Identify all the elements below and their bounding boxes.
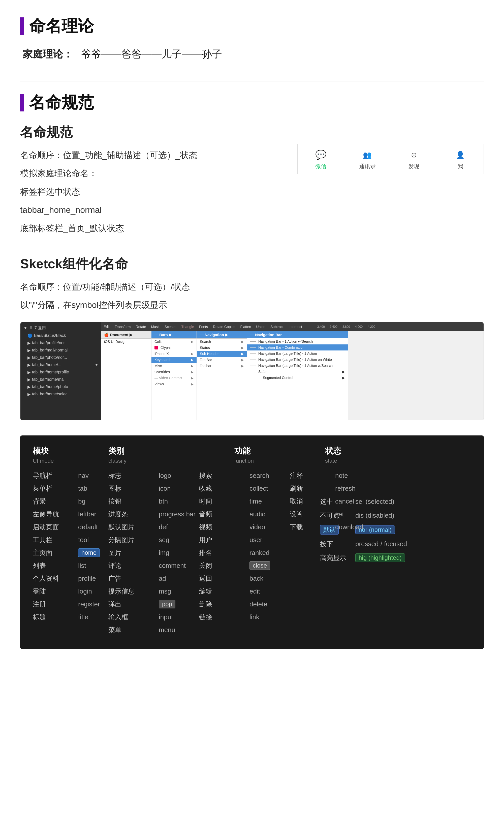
sketch-bars-glyphs: Glyphs: [152, 345, 196, 351]
cell-empty17: [199, 623, 249, 636]
sketch-heading: Sketck组件化名命: [20, 255, 484, 273]
cell-ranked-zh: 排名: [199, 546, 249, 559]
cell-nav-zh: 导航栏: [33, 469, 78, 482]
cell-bg-en: bg: [78, 495, 108, 508]
wechat-icon: 💬: [315, 149, 327, 161]
col-function-en-head: [275, 446, 325, 464]
layer-item-tab-home-photo: ▶tab_bar/home/photo: [20, 383, 101, 390]
cell-seg-en: seg: [159, 533, 199, 546]
section2-heading: 名命规范: [29, 91, 94, 114]
cell-msg-en: msg: [159, 585, 199, 598]
tabbar-item-me: 👤 我: [437, 144, 484, 174]
cell-empty9: [290, 585, 335, 598]
cell-time-zh: 时间: [199, 495, 249, 508]
sketch-bars-views: Views ▶: [152, 381, 196, 387]
naming-norm-subsection: 名命规范 名命顺序：位置_功能_辅助描述（可选）_状态 模拟家庭理论命名： 标签…: [20, 124, 484, 235]
cell-note-en: note: [335, 469, 471, 482]
cell-tool-en: tool: [78, 533, 108, 546]
sketch-canvas-area: 🍎 Document ▶ iOS UI Design — Bars ▶ Cell…: [101, 331, 484, 420]
cell-title-en: title: [78, 611, 108, 623]
sketch-order-text: 名命顺序：位置/功能/辅助描述（可选）/状态: [20, 280, 484, 294]
tabbar-selected-text: 标签栏选中状态: [20, 185, 484, 199]
col-state-head: 状态 state: [325, 446, 365, 464]
cell-empty12: [335, 598, 471, 611]
cell-leftbar-zh: 左侧导航: [33, 508, 78, 521]
cell-input-en: input: [159, 611, 199, 623]
cell-close-en: close: [249, 559, 290, 572]
sketch-nav-search: Search ▶: [197, 339, 247, 345]
cell-comment-en: comment: [159, 559, 199, 572]
cell-def-en: def: [159, 521, 199, 533]
section2-title-block: 名命规范: [20, 91, 484, 114]
sketch-section: Sketck组件化名命 名命顺序：位置/功能/辅助描述（可选）/状态 以"/"分…: [20, 255, 484, 649]
sketch-navbar-safari: ——Safari ▶: [247, 369, 348, 375]
sketch-bars-header: — Bars ▶: [152, 331, 196, 339]
cell-back-en: back: [249, 572, 290, 585]
sketch-nav-header: — Navigation ▶: [197, 331, 247, 339]
table-body: 导航栏 nav 标志 logo 搜索 search 注释 note 菜单栏 ta…: [33, 469, 471, 636]
cell-tool-zh: 工具栏: [33, 533, 78, 546]
cell-pop-en: pop: [159, 598, 199, 611]
cell-empty10: [335, 585, 471, 598]
cell-user-en: user: [249, 533, 290, 546]
sketch-navbar-segmented: ——— Segmented Control ▶: [247, 375, 348, 381]
tabbar-item-wechat: 💬 微信: [298, 144, 344, 174]
cell-comment-zh: 评论: [108, 559, 159, 572]
cell-empty14: [335, 611, 471, 623]
cell-empty15: [33, 623, 78, 636]
cell-profile-en: profile: [78, 572, 108, 585]
cell-empty4: [335, 546, 471, 559]
contacts-icon: 👥: [361, 149, 374, 161]
sketch-navbar-header: — Navigation Bar: [247, 331, 348, 339]
col-module-head: 模块 UI mode: [33, 446, 108, 464]
sketch-layer-panel: ▼🖥7.复用 🔵Bars/Status/Black ▶tab_bar/profi…: [20, 322, 101, 420]
cell-user-zh: 用户: [199, 533, 249, 546]
cell-empty16: [78, 623, 108, 636]
cell-empty11: [290, 598, 335, 611]
cell-search-zh: 搜索: [199, 469, 249, 482]
cell-time-en: time: [249, 495, 290, 508]
cell-download-zh: 下载: [290, 521, 335, 533]
cell-refresh-en: refresh: [335, 482, 471, 495]
col-category-en-head: [184, 446, 234, 464]
sketch-navbar-large-1action: ——Navigation Bar (Large Title) - 1 Actio…: [247, 351, 348, 357]
cell-empty5: [290, 559, 335, 572]
cell-title-zh: 标题: [33, 611, 78, 623]
cell-link-zh: 链接: [199, 611, 249, 623]
cell-note-zh: 注释: [290, 469, 335, 482]
cell-ranked-en: ranked: [249, 546, 290, 559]
sketch-slash-text: 以"/"分隔，在symbol控件列表层级显示: [20, 298, 484, 312]
cell-edit-zh: 编辑: [199, 585, 249, 598]
cell-delete-en: delete: [249, 598, 290, 611]
cell-cancel-zh: 取消: [290, 495, 335, 508]
sketch-navbar-combination: ——Navigation Bar - Combination: [247, 345, 348, 351]
col-category-head: 类别 classify: [108, 446, 184, 464]
cell-profile-zh: 个人资料: [33, 572, 78, 585]
cell-empty2: [335, 533, 471, 546]
cell-menu-en2: menu: [159, 623, 199, 636]
cell-pop-zh: 弹出: [108, 598, 159, 611]
family-theory-label: 家庭理论：: [23, 49, 73, 60]
cell-home-en: home: [78, 546, 108, 559]
cell-img-zh: 图片: [108, 546, 159, 559]
cell-nav-en: nav: [78, 469, 108, 482]
col-function-head: 功能 function: [234, 446, 275, 464]
cell-empty20: [335, 623, 471, 636]
cell-audio-zh: 音频: [199, 508, 249, 521]
layer-item-tab-mail: ▶tab_bar/mail/normal: [20, 347, 101, 354]
cell-login-zh: 登陆: [33, 585, 78, 598]
cell-register-en: register: [78, 598, 108, 611]
cell-search-en: search: [249, 469, 290, 482]
cell-delete-zh: 删除: [199, 598, 249, 611]
sketch-navbar-1action-search: ——Navigation Bar - 1 Action w/Search: [247, 339, 348, 345]
discover-icon: ⊙: [408, 149, 420, 161]
cell-input-zh: 输入框: [108, 611, 159, 623]
sketch-bars-video: — Video Controls ▶: [152, 375, 196, 381]
cell-menu-zh2: 菜单: [108, 623, 159, 636]
sketch-bars-panel: — Bars ▶ Cells ▶ Glyphs iPhone X ▶ Keybo…: [152, 331, 197, 420]
cell-empty18: [249, 623, 290, 636]
col-state-en-head: [365, 446, 441, 464]
cell-collect-en: collect: [249, 482, 290, 495]
me-icon: 👤: [454, 149, 467, 161]
cell-empty6: [335, 559, 471, 572]
